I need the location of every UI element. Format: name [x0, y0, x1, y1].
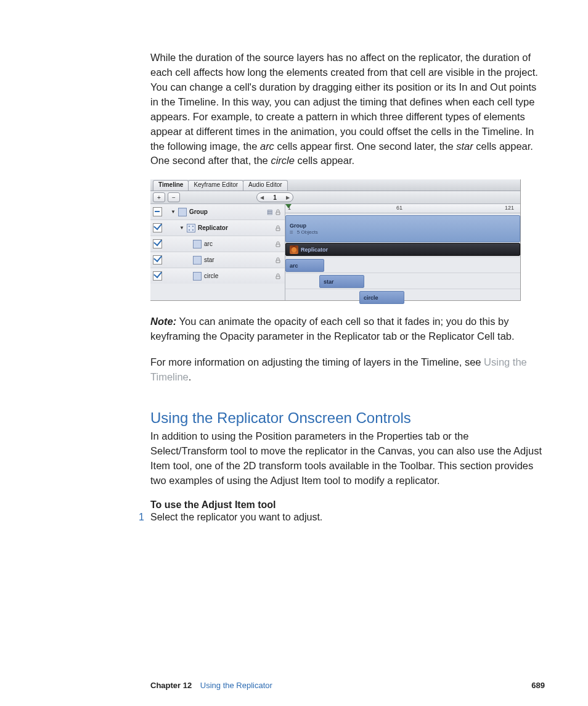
track-row: Replicator — [285, 241, 520, 257]
layer-row-star[interactable]: star — [150, 252, 285, 268]
timeline-screenshot: Timeline Keyframe Editor Audio Editor + … — [150, 179, 521, 301]
chapter-number: Chapter 12 — [150, 681, 192, 690]
layer-label: Replicator — [198, 224, 228, 231]
shape-icon — [193, 240, 202, 248]
track-row: arc — [285, 257, 520, 273]
checkbox-icon[interactable] — [153, 223, 162, 232]
page-number: 689 — [531, 681, 545, 690]
spinner-value: 1 — [266, 194, 284, 201]
layer-row-arc[interactable]: arc — [150, 236, 285, 252]
step-text: Select the replicator you want to adjust… — [150, 512, 322, 523]
lock-icon — [275, 241, 281, 247]
bar-label: Group — [290, 223, 306, 229]
shape-icon — [193, 256, 202, 265]
replicator-thumb-icon — [290, 245, 298, 254]
remove-button[interactable]: − — [168, 192, 180, 202]
layer-label: Group — [189, 208, 208, 215]
star-bar[interactable]: star — [319, 275, 364, 288]
bar-label: Replicator — [301, 247, 328, 253]
step-1: 1 Select the replicator you want to adju… — [150, 512, 545, 523]
lock-icon — [275, 209, 281, 215]
layers-mini-icon: ▤ — [267, 208, 272, 215]
arc-bar[interactable]: arc — [285, 259, 324, 272]
tab-keyframe-editor[interactable]: Keyframe Editor — [188, 180, 243, 191]
layer-row-replicator[interactable]: ▼ Replicator — [150, 220, 285, 236]
checkbox-icon[interactable] — [153, 207, 162, 216]
group-bar[interactable]: Group ≡5 Objects — [285, 215, 520, 242]
chapter-title: Using the Replicator — [200, 681, 272, 690]
layer-label: star — [204, 257, 214, 263]
timeline-tracks: 1 61 121 Group ≡5 Objects Replicator — [285, 204, 520, 300]
bar-label: circle — [364, 295, 378, 301]
track-row: circle — [285, 289, 520, 305]
bar-sublabel: 5 Objects — [297, 229, 318, 235]
layer-row-circle[interactable]: circle — [150, 268, 285, 284]
see-also-paragraph: For more information on adjusting the ti… — [150, 355, 545, 385]
spinner-left-icon[interactable]: ◀ — [258, 195, 266, 200]
checkbox-icon[interactable] — [153, 255, 162, 265]
note-paragraph: Note: You can animate the opacity of eac… — [150, 314, 545, 344]
track-row: Group ≡5 Objects — [285, 213, 520, 241]
timeline-toolbar: + − ◀ 1 ▶ — [150, 191, 520, 204]
replicator-icon — [187, 224, 195, 232]
group-icon — [178, 208, 187, 216]
circle-bar[interactable]: circle — [359, 291, 404, 304]
page-footer: Chapter 12 Using the Replicator 689 — [150, 681, 545, 690]
lock-icon — [275, 225, 281, 231]
ruler-tick: 1 — [288, 205, 291, 211]
ruler-tick: 121 — [505, 205, 514, 211]
editor-tabs: Timeline Keyframe Editor Audio Editor — [150, 179, 520, 191]
ruler-tick: 61 — [396, 205, 402, 211]
zoom-spinner[interactable]: ◀ 1 ▶ — [256, 192, 293, 202]
add-button[interactable]: + — [153, 192, 165, 202]
step-number: 1 — [137, 512, 144, 523]
layer-list: ▼ Group ▤ ▼ Replicator — [150, 204, 285, 300]
lock-icon — [275, 257, 281, 263]
bar-label: star — [324, 279, 334, 285]
section-heading: Using the Replicator Onscreen Controls — [150, 409, 545, 427]
disclosure-triangle-icon[interactable]: ▼ — [179, 225, 184, 231]
track-row: star — [285, 273, 520, 289]
tab-audio-editor[interactable]: Audio Editor — [243, 180, 287, 191]
replicator-bar[interactable]: Replicator — [285, 243, 520, 256]
time-ruler[interactable]: 1 61 121 — [285, 204, 520, 213]
section-paragraph: In addition to using the Position parame… — [150, 429, 545, 488]
disclosure-triangle-icon[interactable]: ▼ — [171, 209, 176, 215]
bar-label: arc — [290, 263, 298, 269]
checkbox-icon[interactable] — [153, 239, 162, 248]
lock-icon — [275, 273, 281, 279]
layer-row-group[interactable]: ▼ Group ▤ — [150, 204, 285, 220]
intro-paragraph: While the duration of the source layers … — [150, 51, 545, 168]
spinner-right-icon[interactable]: ▶ — [284, 195, 292, 200]
checkbox-icon[interactable] — [153, 271, 162, 281]
layer-label: arc — [204, 240, 213, 247]
shape-icon — [193, 272, 202, 281]
task-heading: To use the Adjust Item tool — [150, 499, 545, 511]
menu-icon: ≡ — [290, 229, 293, 236]
layer-label: circle — [204, 273, 218, 279]
tab-timeline[interactable]: Timeline — [153, 180, 189, 191]
